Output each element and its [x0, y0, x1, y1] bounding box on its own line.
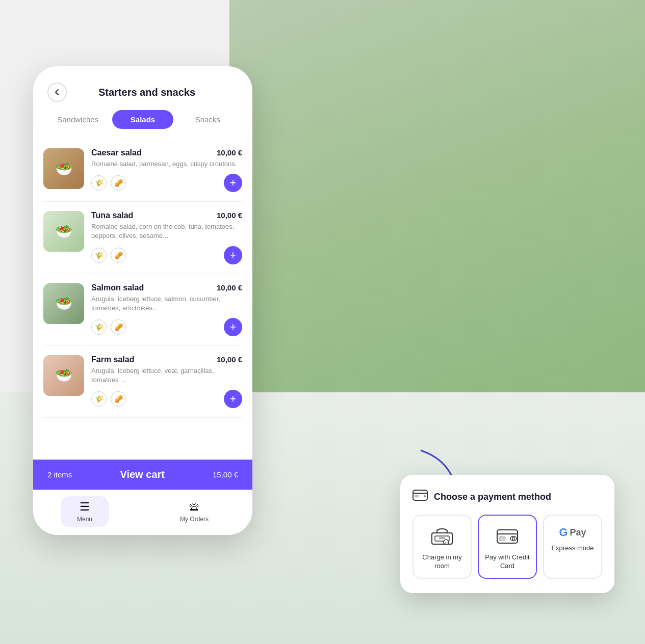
food-price-tuna: 10,00 € [217, 211, 242, 220]
background-upper [229, 0, 645, 392]
food-image-tuna: 🥗 [43, 211, 84, 252]
food-image-caesar: 🥗 [43, 148, 84, 189]
back-button[interactable] [47, 83, 67, 102]
cart-total: 15,00 € [213, 470, 238, 479]
cart-items-count: 2 items [47, 470, 72, 479]
payment-header: Choose a payment method [412, 489, 602, 504]
food-price-caesar: 10,00 € [217, 148, 242, 157]
credit-card-icon [412, 489, 428, 501]
svg-point-4 [424, 495, 426, 497]
food-desc-tuna: Romaine salad, corn on the cob, tuna, to… [91, 222, 242, 240]
menu-item: 🥗 Farm salad 10,00 € Arugula, iceberg le… [43, 346, 242, 418]
cart-bar[interactable]: 2 items View cart 15,00 € [33, 460, 252, 490]
food-price-salmon: 10,00 € [217, 283, 242, 292]
payment-title: Choose a payment method [434, 492, 551, 502]
food-info-tuna: Tuna salad 10,00 € Romaine salad, corn o… [91, 211, 242, 264]
credit-card-label: Pay with Credit Card [485, 553, 530, 571]
food-desc-caesar: Romaine salad, parmesan, eggs, crispy cr… [91, 159, 242, 169]
food-info-salmon: Salmon salad 10,00 € Arugula, iceberg le… [91, 283, 242, 336]
menu-list: 🥗 Caesar salad 10,00 € Romaine salad, pa… [33, 139, 252, 460]
menu-item: 🥗 Salmon salad 10,00 € Arugula, iceberg … [43, 274, 242, 346]
food-info-caesar: Caesar salad 10,00 € Romaine salad, parm… [91, 148, 242, 192]
phone-mockup: Starters and snacks Sandwiches Salads Sn… [33, 66, 252, 535]
nav-orders-label: My Orders [180, 516, 209, 523]
menu-item: 🥗 Tuna salad 10,00 € Romaine salad, corn… [43, 202, 242, 274]
add-salmon-button[interactable]: + [224, 318, 242, 336]
food-desc-salmon: Arugula, iceberg lettuce, salmon, cucumb… [91, 294, 242, 313]
bottom-navigation: ☰ Menu 🛎 My Orders [33, 490, 252, 535]
food-tags-tuna: 🌾 🥜 + [91, 246, 242, 264]
tab-sandwiches[interactable]: Sandwiches [47, 110, 108, 129]
nut-free-icon: 🥜 [111, 391, 126, 407]
category-tabs: Sandwiches Salads Snacks [33, 110, 252, 139]
food-desc-farm: Arugula, iceberg lettuce, veal, garnacil… [91, 366, 242, 385]
nut-free-icon: 🥜 [111, 175, 126, 191]
food-info-farm: Farm salad 10,00 € Arugula, iceberg lett… [91, 355, 242, 408]
view-cart-button: View cart [120, 469, 164, 480]
tab-salads[interactable]: Salads [112, 110, 173, 129]
nut-free-icon: 🥜 [111, 248, 126, 263]
gluten-free-icon: 🌾 [91, 175, 107, 191]
food-price-farm: 10,00 € [217, 355, 242, 364]
add-caesar-button[interactable]: + [224, 174, 242, 192]
menu-item: 🥗 Caesar salad 10,00 € Romaine salad, pa… [43, 139, 242, 202]
payment-option-room[interactable]: ↩ Charge in my room [412, 515, 472, 579]
nav-menu-label: Menu [77, 516, 92, 523]
nav-orders[interactable]: 🛎 My Orders [164, 496, 225, 527]
tab-snacks[interactable]: Snacks [177, 110, 238, 129]
add-tuna-button[interactable]: + [224, 246, 242, 264]
food-tags-farm: 🌾 🥜 + [91, 390, 242, 408]
food-name-tuna: Tuna salad [91, 211, 133, 220]
room-charge-label: Charge in my room [420, 553, 465, 571]
google-pay-logo: GPay [559, 526, 586, 539]
svg-rect-3 [415, 495, 419, 497]
svg-text:↩: ↩ [445, 541, 448, 545]
payment-modal: Choose a payment method ↩ Charge in my r… [400, 475, 614, 593]
page-title: Starters and snacks [75, 87, 238, 98]
food-image-farm: 🥗 [43, 355, 84, 396]
gluten-free-icon: 🌾 [91, 391, 107, 407]
gpay-label: Express mode [551, 544, 594, 553]
phone-header: Starters and snacks [33, 66, 252, 110]
orders-icon: 🛎 [189, 500, 200, 514]
payment-option-gpay[interactable]: GPay Express mode [543, 515, 602, 579]
food-tags-caesar: 🌾 🥜 + [91, 174, 242, 192]
nut-free-icon: 🥜 [111, 319, 126, 335]
menu-icon: ☰ [80, 500, 90, 514]
payment-options: ↩ Charge in my room Pay with Credit Card [412, 515, 602, 579]
back-icon [53, 88, 62, 97]
room-charge-icon: ↩ [430, 526, 454, 548]
gluten-free-icon: 🌾 [91, 319, 107, 335]
credit-card-payment-icon [495, 526, 520, 548]
svg-rect-12 [499, 536, 505, 541]
food-image-salmon: 🥗 [43, 283, 84, 324]
food-name-salmon: Salmon salad [91, 283, 144, 292]
payment-card-icon [412, 489, 428, 504]
food-name-farm: Farm salad [91, 355, 134, 364]
add-farm-button[interactable]: + [224, 390, 242, 408]
food-tags-salmon: 🌾 🥜 + [91, 318, 242, 336]
nav-menu[interactable]: ☰ Menu [61, 496, 109, 527]
payment-option-credit-card[interactable]: Pay with Credit Card [478, 515, 537, 579]
food-name-caesar: Caesar salad [91, 148, 142, 157]
gluten-free-icon: 🌾 [91, 248, 107, 263]
